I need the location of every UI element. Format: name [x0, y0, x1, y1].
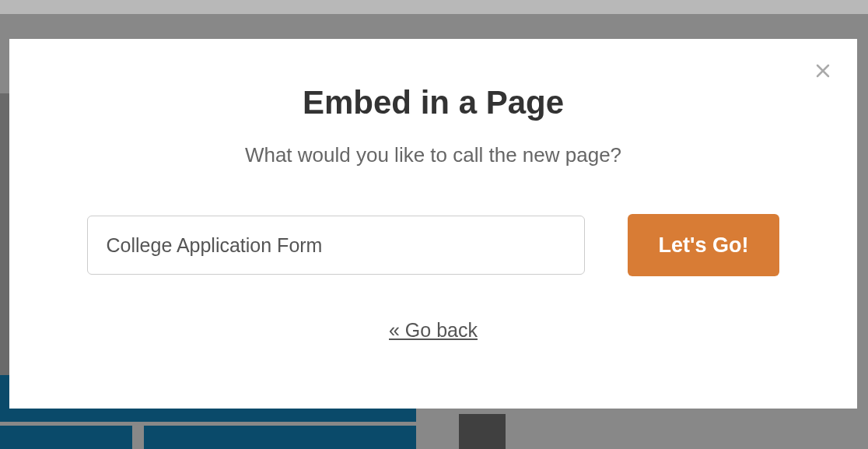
modal-subtitle: What would you like to call the new page… — [245, 143, 621, 167]
lets-go-button[interactable]: Let's Go! — [628, 214, 780, 276]
embed-page-modal: Embed in a Page What would you like to c… — [9, 39, 857, 409]
input-row: Let's Go! — [40, 214, 826, 276]
modal-title: Embed in a Page — [303, 84, 564, 121]
close-icon — [816, 64, 830, 78]
go-back-link[interactable]: « Go back — [389, 319, 478, 342]
backdrop-dark — [459, 414, 506, 449]
page-name-input[interactable] — [87, 216, 585, 275]
backdrop-button — [144, 426, 416, 449]
close-button[interactable] — [814, 62, 832, 81]
backdrop-strip — [0, 0, 868, 14]
backdrop-button — [0, 426, 132, 449]
modal-content: Embed in a Page What would you like to c… — [40, 62, 826, 342]
